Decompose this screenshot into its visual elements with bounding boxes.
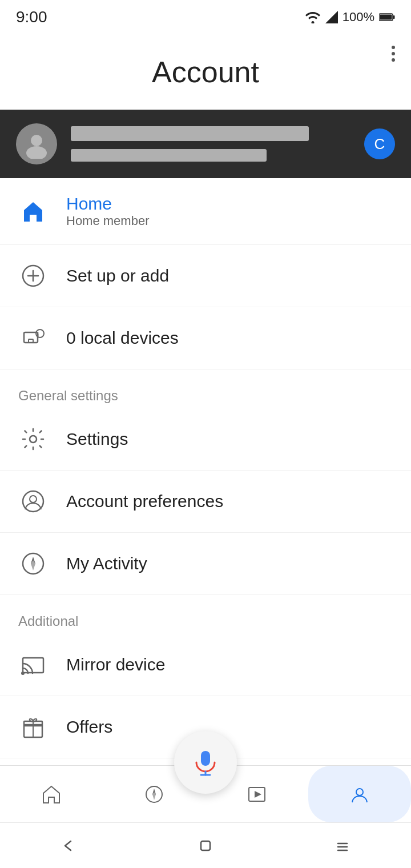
profile-badge-letter: C (374, 135, 385, 153)
local-devices-label: 0 local devices (66, 328, 179, 348)
mirror-device-label: Mirror device (66, 655, 165, 674)
nav-item-account[interactable] (308, 766, 411, 822)
svg-point-20 (21, 672, 25, 675)
signal-icon (325, 11, 338, 23)
section-header-additional: Additional (0, 595, 411, 634)
cast-icon (18, 650, 48, 680)
avatar-icon (22, 129, 51, 159)
wifi-icon (305, 11, 321, 23)
profile-name-placeholder (71, 126, 309, 141)
profile-badge[interactable]: C (364, 128, 395, 159)
svg-rect-24 (201, 751, 210, 766)
mic-icon (191, 748, 220, 777)
svg-point-15 (30, 496, 37, 503)
nav-discover-icon (144, 784, 164, 805)
nav-account-icon (349, 784, 370, 805)
svg-point-32 (356, 789, 363, 795)
page-title: Account (0, 32, 411, 110)
system-nav (0, 822, 411, 868)
sidebar-item-mirror-device[interactable]: Mirror device (0, 634, 411, 696)
home-button[interactable] (188, 829, 223, 863)
gift-icon (18, 712, 48, 742)
svg-point-13 (30, 436, 37, 443)
status-icons: 100% (305, 10, 395, 25)
home-item-col: Home Home member (66, 194, 149, 228)
gear-icon (18, 424, 48, 454)
svg-marker-31 (255, 791, 261, 798)
svg-rect-10 (29, 339, 33, 343)
sidebar-item-setup-add[interactable]: Set up or add (0, 245, 411, 307)
sidebar-item-settings[interactable]: Settings (0, 408, 411, 471)
status-bar: 9:00 100% (0, 0, 411, 32)
compass-icon (18, 549, 48, 578)
sidebar-item-my-activity[interactable]: My Activity (0, 533, 411, 595)
svg-marker-0 (325, 11, 338, 23)
svg-rect-3 (380, 15, 392, 20)
svg-text:i: i (38, 332, 39, 337)
svg-point-5 (26, 146, 47, 159)
account-preferences-label: Account preferences (66, 492, 223, 511)
sidebar-item-home[interactable]: Home Home member (0, 178, 411, 245)
recents-icon (335, 838, 350, 854)
mic-fab-button[interactable] (174, 731, 237, 794)
home-label: Home (66, 194, 149, 214)
account-circle-icon (18, 487, 48, 516)
svg-rect-2 (393, 15, 395, 19)
sidebar-item-account-preferences[interactable]: Account preferences (0, 471, 411, 533)
nav-media-icon (247, 784, 267, 805)
battery-icon (379, 13, 395, 22)
settings-label: Settings (66, 429, 128, 449)
avatar (16, 123, 57, 164)
local-devices-icon: i (18, 323, 48, 353)
home-icon (18, 196, 48, 226)
profile-email-placeholder (71, 149, 267, 162)
profile-section[interactable]: C (0, 110, 411, 178)
back-button[interactable] (51, 829, 86, 863)
nav-item-home[interactable] (0, 766, 103, 822)
nav-home-icon (41, 784, 62, 805)
home-system-icon (198, 838, 213, 854)
offers-label: Offers (66, 717, 112, 737)
back-icon (61, 838, 76, 854)
more-menu-button[interactable] (392, 46, 395, 62)
svg-rect-19 (23, 658, 43, 673)
setup-add-label: Set up or add (66, 266, 169, 286)
profile-info (71, 126, 350, 162)
status-time: 9:00 (16, 8, 47, 26)
home-sublabel: Home member (66, 214, 149, 228)
battery-percent: 100% (342, 10, 374, 25)
sidebar-item-local-devices[interactable]: i 0 local devices (0, 307, 411, 369)
my-activity-label: My Activity (66, 554, 147, 573)
svg-point-4 (31, 135, 42, 146)
section-header-general: General settings (0, 369, 411, 408)
recents-button[interactable] (325, 829, 360, 863)
plus-circle-icon (18, 261, 48, 291)
svg-rect-33 (201, 841, 210, 850)
